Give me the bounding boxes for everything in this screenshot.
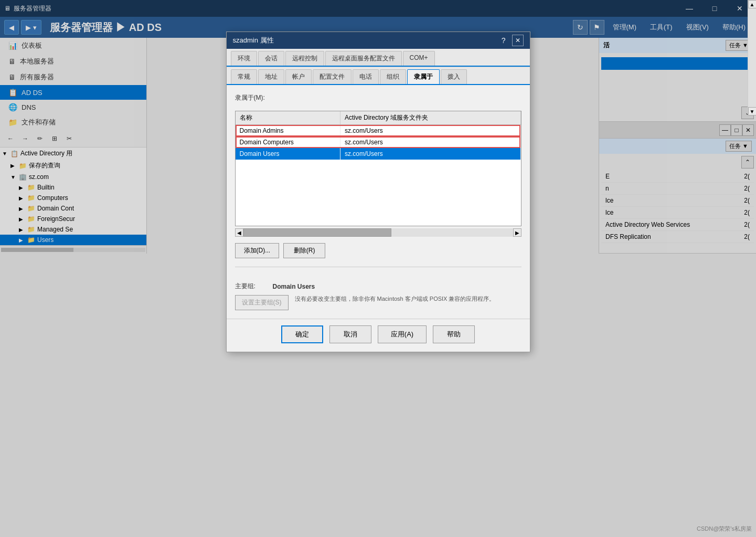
member-table: 名称 Active Directory 域服务文件夹 Domain Admins… xyxy=(236,111,521,160)
tab-profile[interactable]: 配置文件 xyxy=(313,69,352,84)
add-button[interactable]: 添加(D)... xyxy=(235,243,280,258)
table-row-domain-computers[interactable]: Domain Computers sz.com/Users xyxy=(236,136,521,148)
tab-session[interactable]: 会话 xyxy=(258,51,284,66)
dialog-body: 隶属于(M): 名称 Active Directory 域服务文件夹 Domai… xyxy=(227,85,530,319)
cancel-button[interactable]: 取消 xyxy=(329,325,371,343)
cell-folder-admins: sz.com/Users xyxy=(340,125,521,137)
dialog-overlay: szadmin 属性 ? ✕ 环境 会话 远程控制 远程桌面服务配置文件 COM… xyxy=(0,0,756,537)
dialog-title: szadmin 属性 xyxy=(233,36,274,45)
cell-name-users: Domain Users xyxy=(236,148,340,160)
table-row-domain-users[interactable]: Domain Users sz.com/Users xyxy=(236,148,521,160)
primary-group-value: Domain Users xyxy=(273,281,315,290)
dialog-title-bar: szadmin 属性 ? ✕ xyxy=(227,32,530,49)
table-header-row: 名称 Active Directory 域服务文件夹 xyxy=(236,111,521,125)
member-of-label: 隶属于(M): xyxy=(235,93,521,102)
cell-name-admins: Domain Admins xyxy=(236,125,340,137)
tab-address[interactable]: 地址 xyxy=(258,69,284,84)
primary-group-description: 没有必要改变主要组，除非你有 Macintosh 客户端或 POSIX 兼容的应… xyxy=(295,295,521,303)
hscroll-right-btn[interactable]: ▶ xyxy=(513,228,521,237)
member-table-container[interactable]: 名称 Active Directory 域服务文件夹 Domain Admins… xyxy=(235,111,521,226)
tab-general[interactable]: 常规 xyxy=(231,69,257,84)
tab-organization[interactable]: 组织 xyxy=(380,69,406,84)
dialog-tab-bar-2: 常规 地址 帐户 配置文件 电话 组织 隶属于 拨入 xyxy=(227,67,530,85)
tab-member-of[interactable]: 隶属于 xyxy=(407,69,440,84)
tab-phone[interactable]: 电话 xyxy=(353,69,379,84)
tab-dialin[interactable]: 拨入 xyxy=(441,69,467,84)
set-primary-group-button[interactable]: 设置主要组(S) xyxy=(235,295,289,310)
cell-folder-users: sz.com/Users xyxy=(340,148,521,160)
tab-environment[interactable]: 环境 xyxy=(231,51,257,66)
primary-group-label: 主要组: xyxy=(235,280,267,291)
dialog-title-controls: ? ✕ xyxy=(502,35,524,46)
dialog-szadmin: szadmin 属性 ? ✕ 环境 会话 远程控制 远程桌面服务配置文件 COM… xyxy=(226,31,530,352)
hscroll-left-btn[interactable]: ◀ xyxy=(235,228,243,237)
separator xyxy=(235,267,521,267)
table-row-domain-admins[interactable]: Domain Admins sz.com/Users xyxy=(236,125,521,137)
remove-button[interactable]: 删除(R) xyxy=(283,243,325,258)
tab-remote-desktop[interactable]: 远程桌面服务配置文件 xyxy=(325,51,402,66)
tab-account[interactable]: 帐户 xyxy=(285,69,312,84)
dialog-close-button[interactable]: ✕ xyxy=(512,35,524,46)
dialog-footer: 确定 取消 应用(A) 帮助 xyxy=(227,319,530,352)
help-button[interactable]: 帮助 xyxy=(433,325,475,343)
cell-name-computers: Domain Computers xyxy=(236,136,340,148)
tab-remote-control[interactable]: 远程控制 xyxy=(285,51,324,66)
col-header-name: 名称 xyxy=(236,111,340,125)
cell-folder-computers: sz.com/Users xyxy=(340,136,521,148)
tab-com-plus[interactable]: COM+ xyxy=(403,51,435,66)
apply-button[interactable]: 应用(A) xyxy=(378,325,427,343)
dialog-tab-bar: 环境 会话 远程控制 远程桌面服务配置文件 COM+ xyxy=(227,49,530,67)
confirm-button[interactable]: 确定 xyxy=(281,325,323,343)
primary-group-section: 主要组: Domain Users 设置主要组(S) 没有必要改变主要组，除非你… xyxy=(235,280,521,310)
col-header-folder: Active Directory 域服务文件夹 xyxy=(340,111,521,125)
table-hscrollbar: ◀ ▶ xyxy=(235,228,521,237)
dialog-help-icon[interactable]: ? xyxy=(502,36,506,45)
member-action-buttons: 添加(D)... 删除(R) xyxy=(235,243,521,258)
